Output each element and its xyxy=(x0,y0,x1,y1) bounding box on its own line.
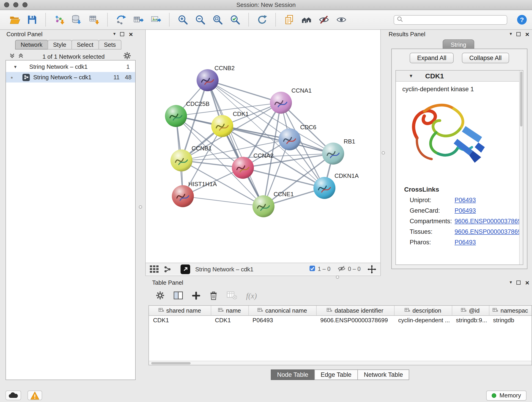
close-panel-icon[interactable]: × xyxy=(129,31,133,37)
left-splitter-handle[interactable] xyxy=(139,205,142,209)
column-header-database-identifier[interactable]: database identifier xyxy=(316,306,394,315)
column-header-description[interactable]: description xyxy=(394,306,452,315)
tissues-link[interactable]: 9606.ENSP00000378699 xyxy=(455,228,523,235)
close-panel-icon[interactable]: × xyxy=(525,279,529,286)
add-column-icon[interactable] xyxy=(192,291,200,301)
tab-select[interactable]: Select xyxy=(71,40,99,50)
float-panel-icon[interactable] xyxy=(120,32,124,36)
cell-canonical-name[interactable]: P06493 xyxy=(248,315,316,325)
cell-description[interactable]: cyclin-dependent ... xyxy=(394,315,452,325)
right-splitter-handle[interactable] xyxy=(382,151,385,154)
zoom-fit-content-icon[interactable] xyxy=(211,13,224,26)
network-options-gear-icon[interactable] xyxy=(123,52,131,61)
network-node-CDK1[interactable]: CDK1 xyxy=(211,110,249,137)
memory-button[interactable]: Memory xyxy=(486,390,526,400)
cell-id[interactable]: stringdb:9... xyxy=(452,315,489,325)
network-row[interactable]: ● String Network – cdk1 11 48 xyxy=(6,72,135,83)
save-session-icon[interactable] xyxy=(26,13,38,26)
column-header-name[interactable]: name xyxy=(211,306,248,315)
help-icon[interactable]: ? xyxy=(516,14,527,25)
zoom-in-icon[interactable] xyxy=(177,13,189,26)
zoom-selected-icon[interactable] xyxy=(229,13,241,26)
expand-all-button[interactable]: Expand All xyxy=(410,53,454,63)
cell-shared-name[interactable]: CDK1 xyxy=(149,315,211,325)
search-field[interactable] xyxy=(394,15,507,25)
pharos-link[interactable]: P06493 xyxy=(455,239,476,246)
tab-network[interactable]: Network xyxy=(15,40,48,50)
cell-name[interactable]: CDK1 xyxy=(211,315,248,325)
table-row[interactable]: CDK1 CDK1 P06493 9606.ENSP00000378699 cy… xyxy=(149,315,532,325)
network-canvas[interactable]: CCNB2CCNA1CDC25BCDK1CDC6RB1CCNB1CCNA2CDK… xyxy=(146,30,380,263)
results-scrollbar-thumb[interactable] xyxy=(520,71,522,127)
function-builder-icon[interactable]: f(x) xyxy=(246,292,257,301)
tree-disclosure-icon[interactable]: ▼ xyxy=(13,64,17,69)
network-collection-row[interactable]: ▼ String Network – cdk1 1 xyxy=(6,61,135,72)
gene-section-header[interactable]: ▼ CDK1 xyxy=(396,70,523,82)
minimize-window-button[interactable] xyxy=(13,2,18,7)
refresh-view-icon[interactable] xyxy=(256,13,268,26)
float-panel-icon[interactable] xyxy=(516,280,520,284)
export-image-icon[interactable] xyxy=(149,13,162,26)
network-node-RB1[interactable]: RB1 xyxy=(322,138,355,165)
selected-checkbox-icon[interactable] xyxy=(310,265,316,273)
column-header-id[interactable]: @id xyxy=(452,306,489,315)
zoom-out-icon[interactable] xyxy=(194,13,207,26)
cloud-status-button[interactable] xyxy=(6,390,21,400)
neighbors-icon[interactable] xyxy=(300,13,313,26)
hide-selected-icon[interactable] xyxy=(317,13,330,26)
column-header-namespace[interactable]: namespac xyxy=(489,306,532,315)
show-columns-icon[interactable] xyxy=(174,292,183,301)
duplicate-window-icon[interactable] xyxy=(283,13,296,26)
column-header-canonical-name[interactable]: canonical name xyxy=(248,306,316,315)
node-label-CDC25B: CDC25B xyxy=(186,100,210,107)
network-node-HIST1H1A[interactable]: HIST1H1A xyxy=(172,181,217,207)
birds-eye-grid-icon[interactable] xyxy=(150,265,159,273)
network-node-CCNB1[interactable]: CCNB1 xyxy=(171,145,212,172)
network-node-CDC25B[interactable]: CDC25B xyxy=(165,100,210,127)
panel-menu-icon[interactable]: ▾ xyxy=(510,32,512,36)
network-canvas-container[interactable]: CCNB2CCNA1CDC25BCDK1CDC6RB1CCNB1CCNA2CDK… xyxy=(146,30,380,263)
warnings-button[interactable] xyxy=(27,390,42,400)
close-panel-icon[interactable]: × xyxy=(525,31,529,37)
collapse-all-button[interactable]: Collapse All xyxy=(462,53,509,63)
panel-menu-icon[interactable]: ▾ xyxy=(510,280,512,285)
tab-style[interactable]: Style xyxy=(47,40,72,50)
tab-network-table[interactable]: Network Table xyxy=(357,370,409,380)
open-in-new-window-icon[interactable] xyxy=(181,264,190,274)
genecard-link[interactable]: P06493 xyxy=(455,207,476,214)
zoom-window-button[interactable] xyxy=(22,2,27,7)
open-session-icon[interactable] xyxy=(8,13,21,26)
hidden-eye-slash-icon[interactable] xyxy=(338,265,346,273)
table-settings-gear-icon[interactable] xyxy=(156,291,165,301)
tab-sets[interactable]: Sets xyxy=(98,40,121,50)
export-network-icon[interactable] xyxy=(114,13,127,26)
section-disclosure-icon[interactable]: ▼ xyxy=(409,73,413,78)
network-share-icon[interactable] xyxy=(164,265,171,273)
uniprot-link[interactable]: P06493 xyxy=(455,197,476,204)
tab-node-table[interactable]: Node Table xyxy=(271,370,315,380)
panel-menu-icon[interactable]: ▾ xyxy=(113,32,115,36)
cell-namespace[interactable]: stringdb xyxy=(489,315,532,325)
column-header-shared-name[interactable]: shared name xyxy=(149,306,211,315)
network-node-CCNA1[interactable]: CCNA1 xyxy=(270,87,312,114)
show-all-icon[interactable] xyxy=(335,13,348,26)
tab-string[interactable]: String xyxy=(443,39,475,50)
collapse-all-tree-icon[interactable] xyxy=(9,53,15,60)
float-panel-icon[interactable] xyxy=(516,32,520,36)
import-network-file-icon[interactable] xyxy=(53,13,65,26)
table-horizontal-scrollbar[interactable] xyxy=(149,361,532,365)
close-window-button[interactable] xyxy=(4,2,9,7)
results-scrollbar[interactable] xyxy=(519,70,523,264)
table-scrollbar-thumb[interactable] xyxy=(151,362,191,364)
delete-column-icon[interactable] xyxy=(209,291,218,301)
tab-edge-table[interactable]: Edge Table xyxy=(314,370,358,380)
cell-database-identifier[interactable]: 9606.ENSP00000378699 xyxy=(316,315,394,325)
pan-crosshair-icon[interactable] xyxy=(367,265,376,274)
import-network-database-icon[interactable] xyxy=(70,13,83,26)
search-input[interactable] xyxy=(405,16,504,24)
import-table-file-icon[interactable] xyxy=(88,13,100,26)
network-node-CDKN1A[interactable]: CDKN1A xyxy=(313,172,359,199)
expand-all-tree-icon[interactable] xyxy=(18,53,24,60)
export-table-icon[interactable] xyxy=(132,13,145,26)
compartments-link[interactable]: 9606.ENSP00000378699 xyxy=(455,218,523,225)
